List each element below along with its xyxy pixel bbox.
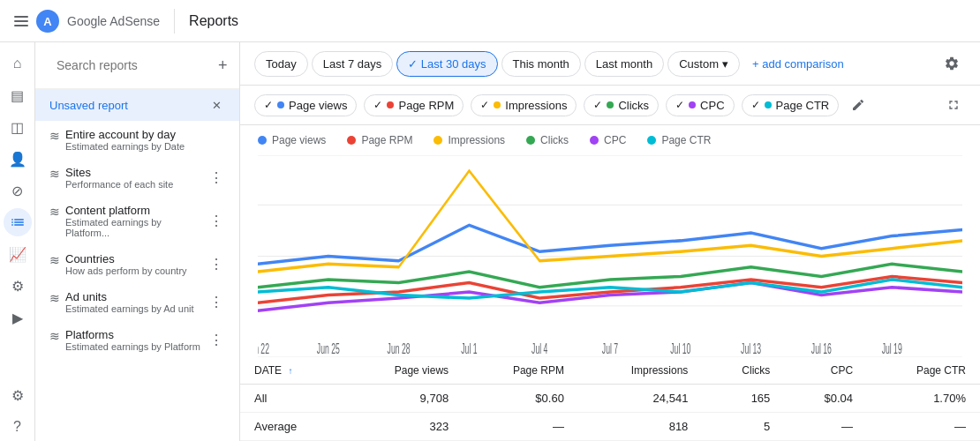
expand-chart-button[interactable] <box>941 93 966 117</box>
legend-label: Impressions <box>448 134 505 146</box>
avg-page-rpm-cell: — <box>463 413 578 441</box>
check-icon: ✓ <box>480 99 489 111</box>
svg-text:Jul 7: Jul 7 <box>602 341 618 357</box>
close-active-item-button[interactable]: ✕ <box>207 96 225 114</box>
page-rpm-dot <box>387 101 394 108</box>
cpc-column-header[interactable]: CPC <box>784 357 867 385</box>
reports-icon[interactable] <box>4 208 32 236</box>
metric-chip-page-rpm[interactable]: ✓ Page RPM <box>364 94 464 116</box>
all-impressions-cell: 24,541 <box>578 385 702 413</box>
check-icon: ✓ <box>751 99 760 111</box>
sites-icon[interactable]: ◫ <box>4 113 32 141</box>
avg-page-ctr-cell: — <box>867 413 980 441</box>
legend-label: CPC <box>604 134 626 146</box>
last30-filter-button[interactable]: ✓ Last 30 days <box>396 51 497 77</box>
svg-text:Jul 13: Jul 13 <box>741 341 761 357</box>
today-filter-button[interactable]: Today <box>254 51 308 77</box>
help-icon[interactable]: ? <box>4 413 32 441</box>
icon-rail: ⌂ ▤ ◫ 👤 ⊘ 📈 ⚙ ▶ ⚙ ? <box>0 42 35 441</box>
edit-metrics-button[interactable] <box>846 93 871 117</box>
sidebar-reports-list: ≋ Entire account by day Estimated earnin… <box>35 121 239 441</box>
menu-icon[interactable] <box>14 16 28 26</box>
more-options-button[interactable]: ⋮ <box>207 254 225 274</box>
report-name: Entire account by day <box>65 128 185 141</box>
metric-chip-page-ctr[interactable]: ✓ Page CTR <box>742 94 840 116</box>
report-name: Countries <box>65 252 187 265</box>
legend-page-ctr: Page CTR <box>647 134 711 146</box>
last7-filter-button[interactable]: Last 7 days <box>312 51 394 77</box>
metric-chip-cpc[interactable]: ✓ CPC <box>666 94 734 116</box>
more-options-button[interactable]: ⋮ <box>207 211 225 231</box>
page-ctr-dot <box>765 101 772 108</box>
legend-clicks: Clicks <box>526 134 569 146</box>
experiments-icon[interactable]: ⚙ <box>4 272 32 300</box>
last-month-filter-button[interactable]: Last month <box>584 51 664 77</box>
navbar: A Google AdSense Reports <box>0 0 980 42</box>
report-icon: ≋ <box>49 129 60 143</box>
sidebar-active-item[interactable]: Unsaved report ✕ <box>35 89 239 121</box>
metric-chip-impressions[interactable]: ✓ Impressions <box>471 94 577 116</box>
legend-label: Page views <box>272 134 326 146</box>
sidebar-item-ad-units[interactable]: ≋ Ad units Estimated earnings by Ad unit… <box>35 283 239 321</box>
sidebar-item-entire-account[interactable]: ≋ Entire account by day Estimated earnin… <box>35 121 239 159</box>
all-page-rpm-cell: $0.60 <box>463 385 578 413</box>
metric-chip-clicks[interactable]: ✓ Clicks <box>584 94 659 116</box>
search-input[interactable] <box>57 58 211 72</box>
custom-filter-button[interactable]: Custom ▾ <box>667 51 740 77</box>
adsense-logo-icon: A <box>35 9 60 34</box>
page-views-dot <box>277 101 284 108</box>
more-options-button[interactable]: ⋮ <box>207 292 225 312</box>
chart-area: Jun 22 Jun 25 Jun 28 Jul 1 Jul 4 Jul 7 J… <box>240 155 980 357</box>
date-column-header[interactable]: DATE ↑ <box>240 357 343 385</box>
active-item-label: Unsaved report <box>49 99 128 112</box>
this-month-filter-button[interactable]: This month <box>501 51 581 77</box>
settings-icon[interactable]: ⚙ <box>4 381 32 409</box>
sidebar-item-countries[interactable]: ≋ Countries How ads perform by country ⋮ <box>35 245 239 283</box>
impressions-column-header[interactable]: Impressions <box>578 357 702 385</box>
page-ctr-column-header[interactable]: Page CTR <box>867 357 980 385</box>
sidebar-item-platforms[interactable]: ≋ Platforms Estimated earnings by Platfo… <box>35 321 239 359</box>
svg-text:Jun 25: Jun 25 <box>317 341 340 357</box>
sort-icon: ↑ <box>288 366 292 376</box>
report-name: Platforms <box>65 328 200 341</box>
more-options-button[interactable]: ⋮ <box>207 330 225 350</box>
svg-text:A: A <box>43 15 52 28</box>
legend-cpc: CPC <box>590 134 626 146</box>
page-rpm-column-header[interactable]: Page RPM <box>463 357 578 385</box>
legend-page-views: Page views <box>258 134 326 146</box>
page-views-column-header[interactable]: Page views <box>343 357 463 385</box>
more-options-button[interactable]: ⋮ <box>207 168 225 188</box>
clicks-column-header[interactable]: Clicks <box>702 357 784 385</box>
metric-label: CPC <box>700 99 724 112</box>
check-icon: ✓ <box>593 99 602 111</box>
sidebar-item-content-platform[interactable]: ≋ Content platform Estimated earnings by… <box>35 197 239 245</box>
table-row: All 9,708 $0.60 24,541 165 $0.04 1.70% <box>240 385 980 413</box>
video-icon[interactable]: ▶ <box>4 303 32 332</box>
metric-chip-page-views[interactable]: ✓ Page views <box>254 94 357 116</box>
content-icon[interactable]: ▤ <box>4 81 32 109</box>
add-report-button[interactable]: + <box>218 53 228 78</box>
report-icon: ≋ <box>49 253 60 267</box>
impressions-legend-dot <box>433 136 442 145</box>
line-chart: Jun 22 Jun 25 Jun 28 Jul 1 Jul 4 Jul 7 J… <box>258 155 962 357</box>
users-icon[interactable]: 👤 <box>4 145 32 173</box>
report-name: Sites <box>65 166 173 179</box>
avg-cpc-cell: — <box>784 413 867 441</box>
add-comparison-button[interactable]: + add comparison <box>743 52 853 76</box>
report-desc: How ads perform by country <box>65 265 187 276</box>
report-desc: Estimated earnings by Date <box>65 141 185 152</box>
report-desc: Performance of each site <box>65 179 173 190</box>
block-icon[interactable]: ⊘ <box>4 176 32 205</box>
app-logo: A Google AdSense <box>14 9 160 34</box>
legend-page-rpm: Page RPM <box>347 134 412 146</box>
date-filter-bar: Today Last 7 days ✓ Last 30 days This mo… <box>240 42 980 86</box>
report-settings-button[interactable] <box>938 49 966 78</box>
main-layout: ⌂ ▤ ◫ 👤 ⊘ 📈 ⚙ ▶ ⚙ ? + Unsaved report ✕ <box>0 42 980 441</box>
home-icon[interactable]: ⌂ <box>4 49 32 78</box>
analytics-icon[interactable]: 📈 <box>4 240 32 268</box>
sidebar-item-sites[interactable]: ≋ Sites Performance of each site ⋮ <box>35 159 239 197</box>
content-area: Today Last 7 days ✓ Last 30 days This mo… <box>240 42 980 441</box>
svg-text:Jul 19: Jul 19 <box>882 341 902 357</box>
data-table-wrapper: DATE ↑ Page views Page RPM Impressions C… <box>240 357 980 441</box>
svg-text:Jul 10: Jul 10 <box>670 341 690 357</box>
